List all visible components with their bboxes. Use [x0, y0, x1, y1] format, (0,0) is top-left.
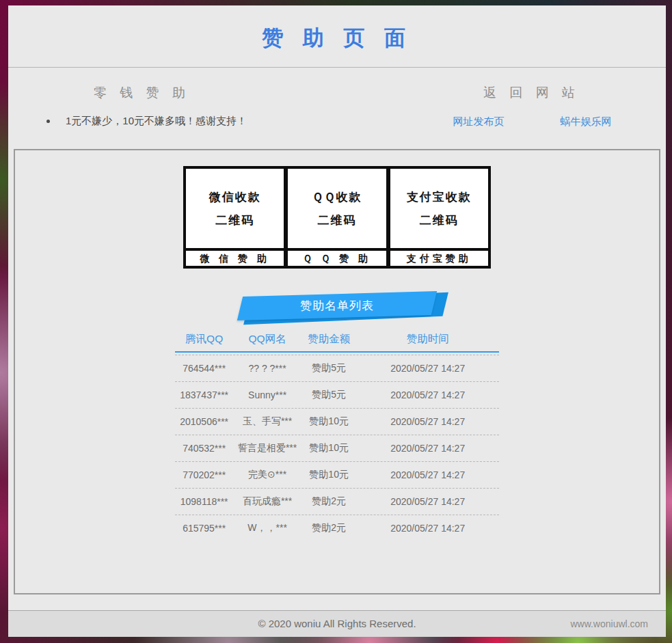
cell-nickname: ?? ? ?***: [233, 363, 301, 374]
copyright-text: © 2020 woniu All Rights Reserved.: [8, 611, 666, 637]
cell-qq: 1098118***: [175, 496, 233, 507]
qr-code-image: 支付宝收款 二维码: [390, 169, 488, 248]
table-row: 2010506*** 玉、手写*** 赞助10元 2020/05/27 14:2…: [175, 409, 499, 435]
cell-amount: 赞助2元: [301, 495, 357, 508]
cell-time: 2020/05/27 14:27: [356, 523, 499, 532]
cell-nickname: W，，***: [233, 522, 301, 532]
sponsor-list-title: 赞助名单列表: [241, 294, 433, 318]
column-header-nickname: QQ网名: [233, 332, 301, 346]
donation-intro-column: 零 钱 赞 助 1元不嫌少，10元不嫌多哦！感谢支持！: [8, 84, 337, 128]
table-row: 615795*** W，，*** 赞助2元 2020/05/27 14:27: [175, 515, 499, 532]
cell-amount: 赞助10元: [301, 442, 357, 454]
cell-amount: 赞助2元: [301, 522, 357, 532]
donation-note: 1元不嫌少，10元不嫌多哦！感谢支持！: [57, 115, 337, 128]
column-header-amount: 赞助金额: [301, 332, 357, 346]
cell-time: 2020/05/27 14:27: [356, 469, 499, 480]
qr-image-text-line2: 二维码: [420, 213, 459, 228]
cell-qq: 1837437***: [175, 389, 233, 400]
qr-code-image: 微信收款 二维码: [186, 169, 284, 248]
main-panel: 赞 助 页 面 零 钱 赞 助 1元不嫌少，10元不嫌多哦！感谢支持！ 返 回 …: [8, 5, 666, 637]
column-header-time: 赞助时间: [356, 332, 499, 346]
sponsor-table-header: 腾讯QQ QQ网名 赞助金额 赞助时间: [175, 327, 499, 351]
page-title: 赞 助 页 面: [8, 24, 666, 53]
site-links: 网址发布页 蜗牛娱乐网: [337, 115, 666, 128]
header-underline: [175, 351, 499, 353]
content-box: 微信收款 二维码 微 信 赞 助 ＱＱ收款 二维码 Ｑ Ｑ 赞 助 支付宝收: [14, 149, 660, 594]
qr-code-block: 微信收款 二维码 微 信 赞 助 ＱＱ收款 二维码 Ｑ Ｑ 赞 助 支付宝收: [183, 166, 491, 269]
cell-time: 2020/05/27 14:27: [356, 496, 499, 507]
qr-caption: Ｑ Ｑ 赞 助: [288, 251, 386, 266]
table-row: 1098118*** 百玩成瘾*** 赞助2元 2020/05/27 14:27: [175, 489, 499, 515]
cell-qq: 764544***: [175, 363, 233, 374]
qr-card: ＱＱ收款 二维码 Ｑ Ｑ 赞 助: [288, 169, 386, 266]
qr-card: 微信收款 二维码 微 信 赞 助: [186, 169, 284, 266]
table-row: 770202*** 完美⊙*** 赞助10元 2020/05/27 14:27: [175, 462, 499, 489]
cell-time: 2020/05/27 14:27: [356, 363, 499, 374]
table-row: 1837437*** Sunny*** 赞助5元 2020/05/27 14:2…: [175, 382, 499, 409]
qr-image-text-line1: ＱＱ收款: [312, 189, 362, 205]
qr-code-image: ＱＱ收款 二维码: [288, 169, 386, 248]
cell-time: 2020/05/27 14:27: [356, 416, 499, 427]
cell-time: 2020/05/27 14:27: [356, 443, 499, 454]
table-row: 764544*** ?? ? ?*** 赞助5元 2020/05/27 14:2…: [175, 355, 499, 382]
column-header-qq: 腾讯QQ: [175, 332, 233, 346]
cell-qq: 770202***: [175, 469, 233, 480]
donation-intro-heading: 零 钱 赞 助: [8, 84, 337, 102]
cell-nickname: 百玩成瘾***: [233, 495, 301, 508]
back-links-heading: 返 回 网 站: [337, 84, 666, 102]
donation-note-list: 1元不嫌少，10元不嫌多哦！感谢支持！: [8, 115, 337, 128]
qr-image-text-line1: 微信收款: [209, 189, 261, 205]
cell-amount: 赞助5元: [301, 389, 357, 401]
page-footer: © 2020 woniu All Rights Reserved. www.wo…: [8, 610, 666, 637]
cell-nickname: 完美⊙***: [233, 469, 301, 481]
cell-qq: 740532***: [175, 443, 233, 454]
qr-caption: 支付宝赞助: [390, 251, 488, 266]
cell-nickname: 誓言是相爱***: [233, 442, 301, 454]
link-url-publish-page[interactable]: 网址发布页: [453, 115, 505, 128]
qr-image-text-line2: 二维码: [317, 213, 356, 228]
sponsor-table: 腾讯QQ QQ网名 赞助金额 赞助时间 764544*** ?? ? ?*** …: [175, 327, 499, 532]
qr-image-text-line2: 二维码: [215, 213, 254, 228]
sponsor-table-body: 764544*** ?? ? ?*** 赞助5元 2020/05/27 14:2…: [175, 355, 499, 532]
qr-caption: 微 信 赞 助: [186, 251, 284, 266]
cell-nickname: 玉、手写***: [233, 415, 301, 428]
cell-amount: 赞助5元: [301, 362, 357, 374]
sponsor-list-ribbon: 赞助名单列表: [241, 294, 433, 318]
cell-time: 2020/05/27 14:27: [356, 389, 499, 400]
qr-card: 支付宝收款 二维码 支付宝赞助: [390, 169, 488, 266]
cell-nickname: Sunny***: [233, 389, 301, 400]
qr-image-text-line1: 支付宝收款: [407, 189, 472, 205]
info-section: 零 钱 赞 助 1元不嫌少，10元不嫌多哦！感谢支持！ 返 回 网 站 网址发布…: [8, 68, 666, 149]
cell-qq: 615795***: [175, 523, 233, 532]
site-url: www.woniuwl.com: [570, 611, 648, 637]
back-links-column: 返 回 网 站 网址发布页 蜗牛娱乐网: [337, 84, 666, 128]
page-header: 赞 助 页 面: [8, 5, 666, 68]
cell-qq: 2010506***: [175, 416, 233, 427]
cell-amount: 赞助10元: [301, 469, 357, 481]
link-woniu-site[interactable]: 蜗牛娱乐网: [561, 115, 612, 128]
table-row: 740532*** 誓言是相爱*** 赞助10元 2020/05/27 14:2…: [175, 435, 499, 462]
cell-amount: 赞助10元: [301, 415, 357, 428]
